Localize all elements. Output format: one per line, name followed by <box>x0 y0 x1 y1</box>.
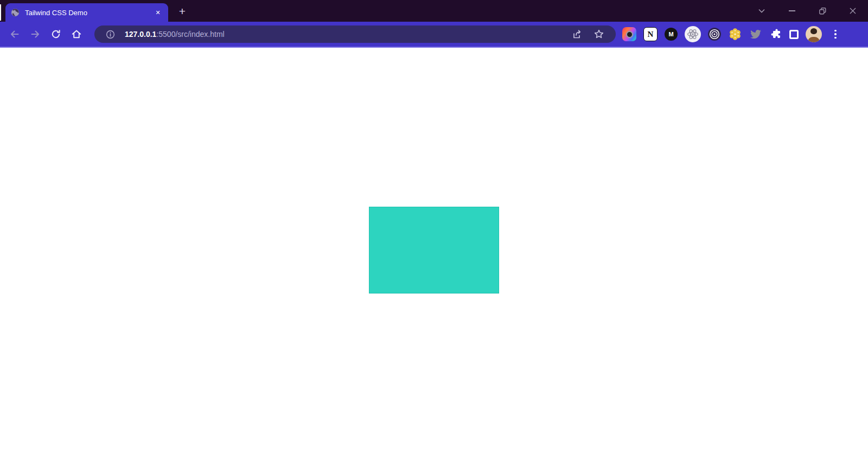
forward-button[interactable] <box>25 24 46 44</box>
camera-lens-icon <box>626 31 633 38</box>
restore-button[interactable] <box>807 0 838 22</box>
teal-rectangle <box>369 207 499 294</box>
concentric-rings-icon <box>709 28 720 40</box>
share-icon <box>571 29 583 40</box>
flower-extension-icon[interactable] <box>728 27 742 41</box>
camera-extension-icon[interactable] <box>622 27 636 41</box>
minimize-icon <box>789 10 795 11</box>
react-devtools-extension-icon[interactable] <box>685 26 701 42</box>
reload-icon <box>50 29 61 40</box>
back-button[interactable] <box>4 24 25 44</box>
back-arrow-icon <box>9 29 20 40</box>
home-icon <box>71 29 82 40</box>
browser-tab[interactable]: Tailwind CSS Demo ✕ <box>5 3 168 22</box>
menu-dot-icon <box>834 37 837 39</box>
bookmark-button[interactable] <box>591 26 607 42</box>
window-controls <box>746 0 868 22</box>
home-button[interactable] <box>66 24 87 44</box>
flower-icon <box>728 27 742 41</box>
url-text: 127.0.0.1:5500/src/index.html <box>125 30 225 39</box>
site-info-icon[interactable] <box>102 26 118 42</box>
puzzle-icon <box>769 28 782 41</box>
close-window-button[interactable] <box>838 0 868 22</box>
star-icon <box>593 29 604 40</box>
new-tab-button[interactable]: + <box>175 4 190 19</box>
tab-close-icon[interactable]: ✕ <box>153 8 163 17</box>
forward-arrow-icon <box>30 29 41 40</box>
window-edge-artifact <box>0 4 1 21</box>
twitter-extension-icon[interactable] <box>749 28 762 41</box>
browser-menu-button[interactable] <box>829 28 842 41</box>
chevron-down-icon <box>758 9 765 13</box>
side-panel-button[interactable] <box>789 30 799 39</box>
extensions-menu-button[interactable] <box>769 28 782 41</box>
minimize-button[interactable] <box>777 0 807 22</box>
reload-button[interactable] <box>46 24 66 44</box>
menu-dot-icon <box>834 33 837 35</box>
url-host: 127.0.0.1 <box>125 30 156 39</box>
globe-favicon-icon <box>11 8 20 17</box>
profile-avatar[interactable] <box>806 26 822 42</box>
mail-extension-icon[interactable]: M <box>665 28 678 41</box>
titlebar: Tailwind CSS Demo ✕ + <box>0 0 868 22</box>
window-chevron-button[interactable] <box>746 0 777 22</box>
address-bar[interactable]: 127.0.0.1:5500/src/index.html <box>94 25 616 43</box>
notion-extension-icon[interactable]: N <box>643 27 658 41</box>
close-icon <box>850 8 856 14</box>
extensions-row: N M <box>622 26 842 42</box>
url-path: :5500/src/index.html <box>156 30 224 39</box>
rings-extension-icon[interactable] <box>708 28 721 41</box>
atom-icon <box>687 28 699 40</box>
tab-title: Tailwind CSS Demo <box>25 9 153 17</box>
browser-toolbar: 127.0.0.1:5500/src/index.html N M <box>0 22 868 48</box>
twitter-bird-icon <box>749 28 762 41</box>
restore-icon <box>819 8 826 15</box>
web-page-viewport <box>0 48 868 452</box>
menu-dot-icon <box>834 30 837 32</box>
share-button[interactable] <box>569 26 585 42</box>
